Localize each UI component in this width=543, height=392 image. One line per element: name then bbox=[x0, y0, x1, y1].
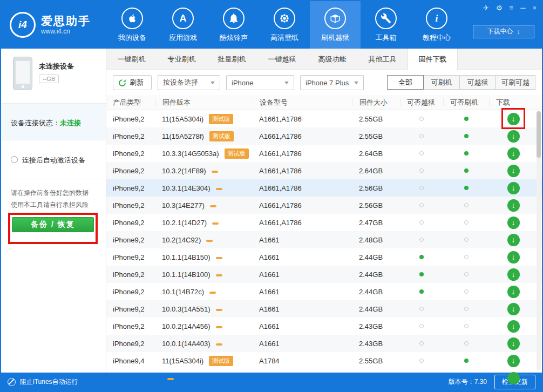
table-row[interactable]: iPhone9,2 10.3.3(14G5053a)测试版 A1661,A178… bbox=[106, 145, 542, 162]
device-capacity-badge: --GB bbox=[39, 75, 59, 83]
download-button[interactable]: ↓ bbox=[507, 199, 520, 212]
radio-icon[interactable] bbox=[11, 156, 18, 163]
download-arrow-icon: ↓ bbox=[517, 28, 520, 36]
download-button[interactable]: ↓ bbox=[507, 147, 520, 160]
minimize-icon[interactable]: ─ bbox=[520, 4, 525, 12]
scrollbar-thumb[interactable] bbox=[537, 111, 541, 158]
backup-restore-button[interactable]: 备份 / 恢复 bbox=[12, 217, 94, 232]
feedback-icon[interactable]: ✈ bbox=[483, 4, 489, 12]
table-row[interactable]: iPhone9,4 11(15A5304i)测试版 A1784 2.55GB ↓ bbox=[106, 352, 542, 369]
table-row[interactable]: iPhone9,2 10.1.1(14B150) A1661 2.44GB ↓ bbox=[106, 248, 542, 266]
table-row[interactable]: iPhone9,2 10.2(14C92) A1661 2.48GB ↓ bbox=[106, 231, 542, 248]
download-center-button[interactable]: 下载中心 ↓ bbox=[473, 25, 534, 38]
jailbreak-status-dot bbox=[419, 186, 424, 190]
table-row[interactable] bbox=[106, 369, 542, 387]
tab-advanced[interactable]: 高级功能 bbox=[307, 49, 357, 70]
download-button[interactable]: ↓ bbox=[507, 251, 520, 263]
cell-download bbox=[489, 372, 542, 384]
flash-status-dot bbox=[464, 117, 469, 121]
cell-device-model: A1661 bbox=[253, 305, 352, 313]
tab-pro-flash[interactable]: 专业刷机 bbox=[157, 49, 207, 70]
gear-icon[interactable]: ⚙ bbox=[496, 4, 503, 12]
device-select-dropdown[interactable]: 按设备选择 bbox=[158, 75, 220, 90]
download-button[interactable]: ↓ bbox=[507, 217, 520, 229]
tab-other-tools[interactable]: 其他工具 bbox=[357, 49, 408, 70]
table-row[interactable]: iPhone9,2 10.2.1(14D27) A1661,A1786 2.47… bbox=[106, 214, 542, 231]
download-button[interactable]: ↓ bbox=[507, 320, 520, 333]
download-button[interactable]: ↓ bbox=[507, 286, 520, 298]
warning-text: 请在操作前备份好您的数据 使用本工具请自行承担风险 bbox=[1, 179, 106, 211]
cell-download: ↓ bbox=[489, 251, 542, 263]
cell-firmware-size: 2.55GB bbox=[352, 115, 400, 123]
beta-badge bbox=[216, 343, 222, 346]
refresh-button[interactable]: 刷新 bbox=[113, 75, 152, 90]
nav-item-my-devices[interactable]: 我的设备 bbox=[107, 1, 158, 49]
cell-flashable bbox=[443, 341, 489, 346]
cell-product-type: iPhone9,2 bbox=[106, 150, 155, 158]
vertical-scrollbar[interactable] bbox=[537, 111, 541, 370]
close-icon[interactable]: × bbox=[532, 4, 537, 12]
nav-item-tutorials[interactable]: i 教程中心 bbox=[411, 1, 462, 49]
cell-firmware-size: 2.44GB bbox=[352, 305, 400, 313]
cell-download: ↓ bbox=[489, 147, 542, 160]
segment-all[interactable]: 全部 bbox=[387, 75, 424, 90]
cell-device-model: A1661 bbox=[253, 340, 352, 348]
segment-both[interactable]: 可刷可越 bbox=[496, 75, 535, 90]
download-button[interactable]: ↓ bbox=[507, 303, 520, 315]
cell-firmware-size: 2.44GB bbox=[352, 288, 400, 296]
segment-flashable[interactable]: 可刷机 bbox=[423, 75, 460, 90]
tab-one-click-flash[interactable]: 一键刷机 bbox=[106, 49, 157, 70]
auto-activate-option[interactable]: 连接后自动激活设备 bbox=[1, 140, 106, 179]
nav-item-flash-jailbreak[interactable]: 刷机越狱 bbox=[310, 1, 361, 49]
beta-badge: 测试版 bbox=[209, 131, 234, 141]
cell-product-type: iPhone9,2 bbox=[106, 271, 155, 279]
download-button[interactable]: ↓ bbox=[507, 165, 520, 177]
cell-flashable bbox=[443, 272, 489, 276]
jailbreak-status-dot bbox=[419, 117, 424, 121]
nav-item-apps-games[interactable]: A 应用游戏 bbox=[158, 1, 208, 49]
table-row[interactable]: iPhone9,2 10.3.2(14F89) A1661,A1786 2.64… bbox=[106, 162, 542, 179]
flash-status-dot bbox=[464, 324, 469, 328]
col-device-model: 设备型号 bbox=[253, 98, 352, 106]
table-row[interactable]: iPhone9,2 10.0.3(14A551) A1661 2.44GB ↓ bbox=[106, 300, 542, 317]
cell-firmware-version: 10.3.1(14E304) bbox=[155, 184, 253, 192]
table-row[interactable]: iPhone9,2 11(15A5278f)测试版 A1661,A1786 2.… bbox=[106, 127, 542, 145]
cell-device-model: A1661,A1786 bbox=[253, 132, 352, 140]
download-button[interactable]: ↓ bbox=[507, 113, 520, 125]
cell-firmware-version: 10.0.2(14A456) bbox=[155, 322, 253, 330]
tab-batch-flash[interactable]: 批量刷机 bbox=[207, 49, 257, 70]
block-itunes-label[interactable]: 阻止iTunes自动运行 bbox=[20, 377, 78, 387]
download-button[interactable]: ↓ bbox=[507, 182, 520, 194]
tab-firmware-download[interactable]: 固件下载 bbox=[408, 49, 458, 70]
nav-item-toolbox[interactable]: 工具箱 bbox=[361, 1, 411, 49]
nav-item-ringtones[interactable]: 酷炫铃声 bbox=[208, 1, 259, 49]
cell-download: ↓ bbox=[489, 268, 542, 281]
download-button[interactable]: ↓ bbox=[507, 268, 520, 281]
download-button[interactable]: ↓ bbox=[507, 355, 520, 367]
nav-item-wallpapers[interactable]: 高清壁纸 bbox=[259, 1, 310, 49]
cell-flashable bbox=[443, 186, 489, 190]
table-row[interactable]: iPhone9,2 10.0.2(14A456) A1661 2.43GB ↓ bbox=[106, 317, 542, 335]
jailbreak-status-dot bbox=[419, 341, 424, 346]
download-button[interactable]: ↓ bbox=[507, 234, 520, 246]
table-row[interactable]: iPhone9,2 10.1.1(14B100) A1661 2.44GB ↓ bbox=[106, 266, 542, 283]
table-row[interactable]: iPhone9,2 10.3(14E277) A1661,A1786 2.56G… bbox=[106, 197, 542, 214]
table-row[interactable]: iPhone9,2 10.1(14B72c) A1661 2.44GB ↓ bbox=[106, 283, 542, 300]
download-button[interactable] bbox=[507, 372, 520, 384]
cell-device-model: A1661,A1786 bbox=[253, 167, 352, 175]
beta-badge bbox=[206, 240, 213, 242]
tab-one-click-jailbreak[interactable]: 一键越狱 bbox=[257, 49, 307, 70]
segment-jailbreakable[interactable]: 可越狱 bbox=[459, 75, 496, 90]
nav-label: 教程中心 bbox=[423, 33, 451, 43]
app-url: www.i4.cn bbox=[41, 28, 91, 35]
table-row[interactable]: iPhone9,2 10.3.1(14E304) A1661,A1786 2.5… bbox=[106, 179, 542, 197]
model-select-dropdown[interactable]: iPhone 7 Plus bbox=[300, 75, 364, 90]
menu-icon[interactable]: ≡ bbox=[510, 4, 514, 12]
table-row[interactable]: iPhone9,2 11(15A5304i)测试版 A1661,A1786 2.… bbox=[106, 110, 542, 127]
download-button[interactable]: ↓ bbox=[507, 130, 520, 143]
block-icon[interactable] bbox=[8, 378, 16, 386]
cell-firmware-size: 2.48GB bbox=[352, 236, 400, 244]
brand-select-dropdown[interactable]: iPhone bbox=[226, 75, 294, 90]
download-button[interactable]: ↓ bbox=[507, 337, 520, 350]
table-row[interactable]: iPhone9,2 10.0.1(14A403) A1661 2.43GB ↓ bbox=[106, 335, 542, 352]
